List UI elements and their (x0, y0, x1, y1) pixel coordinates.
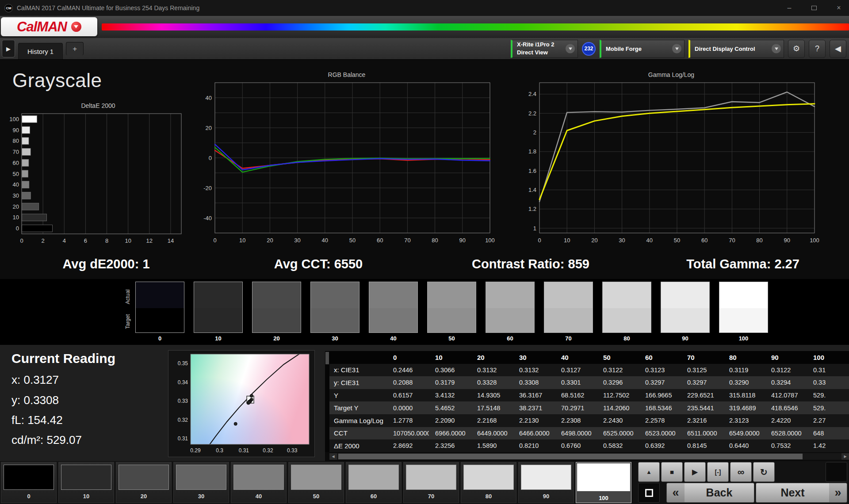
patch-label: 40 (231, 493, 286, 500)
svg-text:60: 60 (13, 160, 19, 166)
blank-pattern-button[interactable] (826, 462, 847, 482)
calman-menu-button[interactable]: CalMAN (1, 17, 97, 36)
maximize-icon (811, 6, 817, 10)
back-button[interactable]: « Back (666, 483, 754, 503)
table-cell: 0.3123 (639, 364, 681, 377)
patch-button-0[interactable]: 0 (1, 462, 57, 503)
back-button-label: Back (685, 483, 754, 502)
continuous-read-button[interactable]: ∞ (730, 462, 752, 482)
display-control-dropdown[interactable]: Direct Display Control (688, 40, 784, 58)
source-dropdown[interactable]: Mobile Forge (600, 40, 685, 58)
tab-history-1[interactable]: History 1 (18, 43, 63, 59)
patch-label: 0 (1, 493, 56, 500)
help-button[interactable]: ? (809, 40, 826, 58)
svg-text:0.33: 0.33 (178, 398, 188, 404)
tab-history-1-label: History 1 (27, 48, 54, 55)
vscroll-thumb[interactable] (325, 352, 329, 364)
table-cell: 1.2778 (387, 414, 429, 427)
current-reading-fl: fL: 154.42 (11, 413, 63, 427)
patch-button-10[interactable]: 10 (58, 462, 114, 503)
patch-button-40[interactable]: 40 (231, 462, 287, 503)
table-vertical-scrollbar[interactable] (325, 351, 329, 452)
pattern-window-icon: [-] (715, 469, 721, 476)
svg-text:12: 12 (146, 237, 153, 244)
table-cell: 0.3122 (765, 364, 807, 377)
swatch-color (310, 282, 359, 333)
meter-count-badge: 232 (582, 42, 596, 56)
patch-button-30[interactable]: 30 (173, 462, 229, 503)
next-button[interactable]: Next » (756, 483, 847, 503)
svg-text:-20: -20 (203, 185, 212, 191)
meter-line2: Direct View (517, 49, 555, 57)
pattern-fullscreen-button[interactable] (638, 483, 660, 503)
chevron-down-icon[interactable] (772, 44, 781, 53)
patch-color (4, 465, 54, 490)
swatch-label: 80 (602, 335, 651, 342)
minimize-button[interactable]: – (784, 4, 794, 12)
transport-row-2: « Back Next » (638, 483, 847, 503)
table-horizontal-scrollbar[interactable]: ◀ ▶ (329, 453, 849, 460)
svg-text:20: 20 (591, 237, 597, 244)
swatch-target (544, 308, 593, 332)
expand-panel-button[interactable]: ▶ (2, 40, 15, 57)
table-cell: 0.3296 (597, 376, 639, 389)
swatch-row: 0102030405060708090100 (135, 282, 768, 342)
main-chart-area: Grayscale DeltaE 2000 100908070605040302… (0, 60, 849, 279)
square-outline-icon (645, 489, 653, 497)
pattern-window-button[interactable]: [-] (707, 462, 729, 482)
loop-button[interactable]: ↻ (753, 462, 775, 482)
svg-text:0.33: 0.33 (287, 447, 298, 454)
grayscale-swatch-strip: Actual Target 0102030405060708090100 (0, 279, 849, 345)
svg-text:0: 0 (538, 237, 541, 244)
svg-text:60: 60 (701, 237, 708, 244)
table-cell: 0.3122 (597, 364, 639, 377)
table-row-label: Gamma Log/Log (329, 414, 387, 427)
meter-dropdown-label: X-Rite i1Pro 2 Direct View (517, 41, 555, 56)
play-icon: ▶ (692, 468, 697, 476)
swatch-actual (252, 282, 301, 308)
swatch-color (544, 282, 593, 333)
svg-text:100: 100 (485, 237, 495, 244)
svg-text:10: 10 (13, 214, 19, 221)
measurement-table-wrap: 0102030405060708090100x: CIE310.24460.30… (325, 351, 849, 461)
transport-controls: ▲ ■ ▶ [-] ∞ ↻ « Back Next » (638, 462, 847, 503)
maximize-button[interactable] (809, 4, 819, 12)
hscroll-track[interactable] (337, 453, 841, 460)
patch-color (348, 465, 399, 490)
chevron-up-button[interactable]: ▲ (638, 462, 660, 482)
patch-button-20[interactable]: 20 (116, 462, 172, 503)
add-tab-button[interactable]: + (66, 42, 84, 55)
table-cell: 0.6760 (555, 439, 597, 452)
window-titlebar: CM CalMAN 2017 CalMAN Ultimate for Busin… (0, 0, 849, 16)
table-cell: 2.2578 (639, 414, 681, 427)
stat-avg-de2000: Avg dE2000: 1 (0, 257, 212, 271)
scroll-right-icon[interactable]: ▶ (841, 453, 849, 460)
patch-button-90[interactable]: 90 (518, 462, 574, 503)
table-cell: 0.3119 (723, 364, 765, 377)
svg-text:80: 80 (432, 237, 438, 244)
table-header-cell: 10 (429, 351, 471, 364)
meter-dropdown[interactable]: X-Rite i1Pro 2 Direct View (511, 40, 578, 58)
close-button[interactable]: × (834, 4, 844, 12)
rgb-chart-plot: 40200-20-400102030405060708090100 (198, 80, 495, 253)
svg-text:20: 20 (267, 237, 273, 244)
source-dropdown-label: Mobile Forge (606, 46, 642, 52)
patch-button-70[interactable]: 70 (403, 462, 459, 503)
chevron-down-icon[interactable] (71, 22, 81, 32)
swatch-actual (544, 282, 593, 308)
patch-button-80[interactable]: 80 (461, 462, 516, 503)
window-title: CalMAN 2017 CalMAN Ultimate for Business… (17, 4, 199, 11)
hscroll-thumb[interactable] (338, 454, 803, 459)
patch-button-50[interactable]: 50 (288, 462, 344, 503)
settings-button[interactable]: ⚙ (788, 40, 805, 58)
pattern-patch-bar: 0102030405060708090100 ▲ ■ ▶ [-] ∞ ↻ « B… (0, 461, 849, 504)
scroll-left-icon[interactable]: ◀ (329, 453, 337, 460)
chevron-down-icon[interactable] (672, 44, 681, 53)
play-button[interactable]: ▶ (684, 462, 706, 482)
table-cell: 2.2308 (555, 414, 597, 427)
stop-button[interactable]: ■ (661, 462, 683, 482)
chevron-down-icon[interactable] (566, 44, 575, 53)
patch-button-60[interactable]: 60 (346, 462, 402, 503)
patch-button-100[interactable]: 100 (576, 462, 631, 503)
collapse-panel-button[interactable]: ◀ (830, 40, 846, 58)
